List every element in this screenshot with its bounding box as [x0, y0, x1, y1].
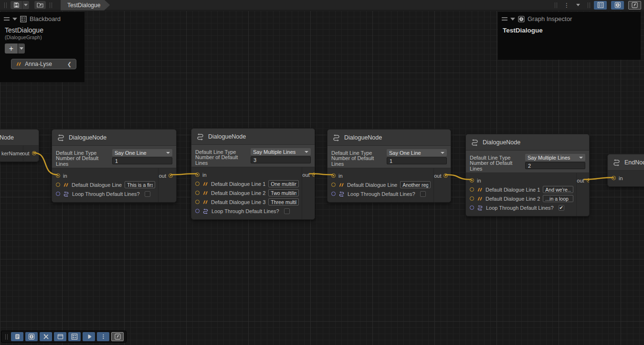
tools-button[interactable]: [40, 332, 52, 341]
file-text-button[interactable]: [11, 332, 23, 341]
add-variable-button[interactable]: +: [5, 43, 18, 54]
dialogue-3-line-type-dropdown[interactable]: Say One Line: [387, 149, 447, 156]
input-port[interactable]: [331, 183, 336, 187]
port-row: Default Dialogue Line 1: [191, 179, 302, 188]
node-dialogue-3[interactable]: DialogueNodeDefault Line TypeSay One Lin…: [327, 129, 451, 203]
node-dialogue-4[interactable]: DialogueNodeDefault Line TypeSay Multipl…: [465, 134, 590, 216]
output-port[interactable]: [169, 173, 173, 178]
dialogue-line-field[interactable]: [268, 189, 299, 196]
dialogue-4-line-count-field[interactable]: [525, 162, 585, 169]
dialogue-1-line-type-dropdown[interactable]: Say One Line: [112, 149, 172, 156]
save-dropdown-button[interactable]: [22, 1, 29, 9]
info-button[interactable]: [25, 332, 38, 341]
node-end[interactable]: EndNodein: [607, 154, 644, 187]
add-variable-dropdown[interactable]: [18, 43, 25, 54]
dialogue-line-field[interactable]: [268, 198, 299, 205]
input-port[interactable]: [195, 191, 200, 195]
kebab-menu-button[interactable]: [97, 332, 109, 341]
loop-icon: [202, 208, 209, 214]
toolbar-drag-handle[interactable]: [4, 2, 7, 8]
loop-checkbox[interactable]: [145, 191, 150, 197]
port-row: kerName: [0, 149, 23, 158]
open-asset-button[interactable]: [34, 1, 46, 9]
kebab-menu-icon: [100, 334, 106, 340]
field-collapse-chevron[interactable]: ❮: [67, 61, 72, 67]
speech-quote-icon: [202, 190, 208, 196]
node-dialogue-2[interactable]: DialogueNodeDefault Line TypeSay Multipl…: [191, 128, 315, 220]
dialogue-line-field[interactable]: [125, 181, 155, 188]
port-row: Loop Through Default Lines?✔: [466, 203, 576, 212]
panel-menu-icon[interactable]: [4, 17, 10, 21]
collapse-triangle-icon[interactable]: [510, 18, 515, 21]
dialogue-line-field[interactable]: [400, 181, 431, 188]
blackboard-icon: [71, 334, 78, 340]
node-title: DialogueNode: [327, 129, 451, 146]
node-title-label: DialogueNode: [483, 139, 520, 146]
input-port[interactable]: [195, 172, 200, 177]
node-speaker[interactable]: NodekerNameout: [0, 129, 39, 162]
port-label: in: [477, 178, 481, 183]
output-port[interactable]: [443, 173, 448, 178]
more-options-dropdown[interactable]: [572, 1, 584, 9]
dialogue-line-field[interactable]: [543, 186, 573, 193]
quill-button[interactable]: [111, 332, 124, 341]
toolbar-drag-handle[interactable]: [555, 2, 557, 8]
node-title: Node: [0, 129, 39, 146]
more-options-button[interactable]: ⋮: [561, 1, 572, 9]
port-row: Loop Through Default Lines?: [191, 206, 302, 216]
graph-inspector-toggle-button[interactable]: [611, 1, 624, 10]
node-ports: inDefault Dialogue LineLoop Through Defa…: [52, 168, 176, 202]
input-port[interactable]: [195, 200, 200, 204]
node-title: EndNode: [608, 154, 644, 171]
input-port[interactable]: [470, 205, 474, 210]
output-port[interactable]: [587, 178, 590, 183]
blackboard-button[interactable]: [68, 332, 81, 341]
toolbar-drag-handle[interactable]: [5, 334, 8, 340]
output-port[interactable]: [32, 151, 36, 155]
quill-icon: [632, 2, 638, 8]
input-port[interactable]: [612, 176, 616, 180]
blackboard-toggle-button[interactable]: [594, 1, 607, 10]
speech-quote-icon: [477, 187, 483, 193]
loop-icon: [338, 191, 345, 197]
input-port[interactable]: [56, 173, 60, 178]
dialogue-node-icon: [332, 133, 340, 141]
panel-menu-icon[interactable]: [502, 17, 507, 21]
blackboard-icon: [597, 2, 604, 8]
toolbar-drag-handle[interactable]: [50, 2, 52, 8]
minimap-button[interactable]: [83, 332, 95, 341]
input-port[interactable]: [470, 178, 474, 183]
dialogue-line-field[interactable]: [268, 180, 299, 187]
input-port[interactable]: [470, 187, 474, 192]
dialogue-2-line-type-dropdown[interactable]: Say Multiple Lines: [251, 148, 311, 155]
save-button[interactable]: [11, 1, 22, 9]
preview-toggle-button[interactable]: [628, 1, 641, 10]
input-port[interactable]: [195, 182, 200, 186]
loop-icon: [477, 205, 483, 211]
toolbar-drag-handle[interactable]: [588, 2, 590, 8]
dialogue-3-line-count-field[interactable]: [387, 157, 447, 164]
port-row: Default Dialogue Line 3: [191, 197, 302, 206]
input-port[interactable]: [331, 173, 336, 178]
input-port[interactable]: [195, 209, 200, 213]
collapse-triangle-icon[interactable]: [12, 18, 17, 21]
port-label: Default Dialogue Line 2: [211, 190, 265, 196]
input-port[interactable]: [470, 196, 474, 201]
loop-checkbox[interactable]: ✔: [559, 205, 564, 211]
dialogue-2-line-count-field[interactable]: [251, 156, 311, 163]
blackboard-field-anna-lyse[interactable]: Anna-Lyse ❮: [11, 59, 76, 69]
graph-tab[interactable]: TestDialogue: [61, 0, 110, 11]
dialogue-4-line-type-dropdown[interactable]: Say Multiple Lines: [525, 154, 585, 161]
dropdown-caret-icon: [305, 151, 308, 153]
output-port[interactable]: [312, 172, 315, 177]
window-button[interactable]: [54, 332, 66, 341]
loop-checkbox[interactable]: [284, 208, 290, 214]
input-port[interactable]: [331, 192, 336, 196]
input-port[interactable]: [56, 183, 60, 187]
input-port[interactable]: [56, 192, 60, 196]
dialogue-line-field[interactable]: [543, 195, 573, 202]
dialogue-1-line-count-field[interactable]: [112, 157, 172, 164]
node-dialogue-1[interactable]: DialogueNodeDefault Line TypeSay One Lin…: [52, 129, 177, 203]
port-row: Default Dialogue Line 1: [466, 185, 576, 194]
loop-checkbox[interactable]: [420, 191, 426, 197]
